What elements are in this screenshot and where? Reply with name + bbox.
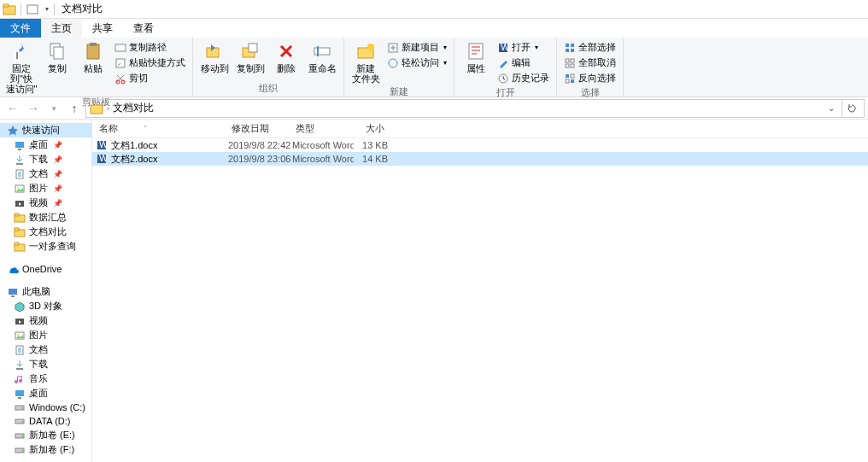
sidebar-item[interactable]: 图片 (0, 328, 91, 342)
pin-icon: 📌 (53, 155, 62, 164)
group-new: 新建 文件夹 新建项目▾ 轻松访问▾ 新建 (344, 38, 455, 96)
easy-access-icon (387, 57, 399, 69)
sidebar-item[interactable]: 3D 对象 (0, 299, 91, 313)
qat-dropdown-icon[interactable]: ▾ (45, 5, 49, 13)
star-icon (7, 125, 19, 137)
column-headers[interactable]: 名称˄ 修改日期 类型 大小 (92, 120, 868, 138)
breadcrumb-segment[interactable]: 文档对比 (113, 101, 154, 115)
address-path[interactable]: › 文档对比 ⌄ (85, 99, 865, 118)
select-all-button[interactable]: 全部选择 (562, 40, 618, 55)
refresh-button[interactable] (842, 100, 860, 117)
move-to-button[interactable]: 移动到 (196, 39, 232, 75)
paste-shortcut-button[interactable]: 粘贴快捷方式 (113, 56, 187, 70)
file-row[interactable]: W文档2.docx2019/9/8 23:06Microsoft Word ..… (92, 152, 868, 166)
properties-button[interactable]: 属性 (458, 39, 494, 75)
sidebar-item[interactable]: 下载 (0, 357, 91, 371)
file-list[interactable]: 名称˄ 修改日期 类型 大小 W文档1.docx2019/9/8 22:42Mi… (92, 120, 868, 462)
sidebar-item[interactable]: DATA (D:) (0, 414, 91, 428)
chevron-icon[interactable]: › (107, 104, 109, 113)
tab-home[interactable]: 主页 (41, 19, 82, 38)
select-all-icon (564, 42, 576, 54)
svg-rect-16 (317, 46, 319, 56)
download-icon (14, 154, 26, 166)
drive-icon (14, 401, 26, 413)
select-none-button[interactable]: 全部取消 (562, 56, 618, 70)
pin-icon: 📌 (53, 184, 62, 193)
sidebar-item[interactable]: 音乐 (0, 371, 91, 386)
up-button[interactable]: ↑ (65, 99, 84, 118)
sidebar-item[interactable]: 图片📌 (0, 181, 91, 196)
svg-rect-1 (3, 4, 9, 7)
sidebar-item[interactable]: 文档对比 (0, 225, 91, 239)
new-item-button[interactable]: 新建项目▾ (385, 40, 449, 55)
edit-button[interactable]: 编辑 (496, 56, 551, 70)
dropdown-icon: ▾ (443, 59, 447, 67)
column-size[interactable]: 大小 (350, 122, 384, 135)
sidebar-item[interactable]: 新加卷 (E:) (0, 428, 91, 442)
back-button[interactable]: ← (3, 99, 22, 118)
svg-point-63 (21, 421, 23, 423)
pc-icon (7, 286, 19, 298)
cloud-icon (7, 263, 19, 275)
sidebar-item[interactable]: 桌面📌 (0, 137, 91, 152)
invert-selection-button[interactable]: 反向选择 (562, 71, 618, 85)
sidebar-item[interactable]: 新加卷 (F:) (0, 442, 91, 457)
sidebar-quick-access[interactable]: 快速访问 (0, 123, 91, 137)
sidebar-item[interactable]: Windows (C:) (0, 401, 91, 414)
sidebar-item[interactable]: 视频 (0, 313, 91, 328)
paste-button[interactable]: 粘贴 (75, 39, 111, 75)
svg-rect-38 (15, 142, 24, 148)
delete-button[interactable]: 删除 (268, 39, 304, 75)
open-button[interactable]: W打开▾ (496, 40, 551, 55)
recent-dropdown[interactable]: ▾ (44, 99, 63, 118)
cut-button[interactable]: 剪切 (113, 71, 187, 85)
sidebar-this-pc[interactable]: 此电脑 (0, 284, 91, 299)
svg-rect-57 (16, 368, 23, 370)
sidebar-item[interactable]: 视频📌 (0, 196, 91, 210)
file-row[interactable]: W文档1.docx2019/9/8 22:42Microsoft Word ..… (92, 138, 868, 152)
expand-dropdown-icon[interactable]: ⌄ (828, 103, 835, 113)
column-name[interactable]: 名称˄ (92, 122, 225, 135)
svg-rect-30 (571, 59, 574, 62)
history-button[interactable]: 历史记录 (496, 71, 551, 85)
svg-rect-36 (566, 79, 569, 83)
drive-icon (14, 415, 26, 427)
new-folder-button[interactable]: 新建 文件夹 (348, 39, 384, 85)
forward-button[interactable]: → (24, 99, 43, 118)
group-select: 全部选择 全部取消 反向选择 选择 (557, 38, 624, 96)
sidebar-item[interactable]: 下载📌 (0, 152, 91, 167)
path-icon (114, 42, 126, 54)
sidebar-onedrive[interactable]: OneDrive (0, 262, 91, 276)
folder-icon (90, 102, 103, 115)
rename-button[interactable]: 重命名 (304, 39, 340, 75)
sidebar-item[interactable]: 数据汇总 (0, 210, 91, 225)
sidebar-item[interactable]: 文档📌 (0, 167, 91, 181)
navigation-pane[interactable]: 快速访问 桌面📌下载📌文档📌图片📌视频📌数据汇总文档对比一对多查询 OneDri… (0, 120, 92, 462)
paste-icon (83, 41, 103, 61)
invert-icon (564, 73, 576, 85)
sidebar-item[interactable]: 一对多查询 (0, 239, 91, 254)
column-date[interactable]: 修改日期 (225, 122, 289, 135)
open-icon: W (497, 42, 509, 54)
qat-icon[interactable] (26, 3, 39, 16)
dropdown-icon: ▾ (443, 44, 447, 51)
sidebar-item[interactable]: 文档 (0, 342, 91, 357)
easy-access-button[interactable]: 轻松访问▾ (385, 56, 449, 70)
svg-rect-6 (87, 44, 99, 59)
folder-icon (14, 226, 26, 238)
new-folder-icon (355, 41, 376, 61)
tab-share[interactable]: 共享 (82, 19, 123, 38)
tab-file[interactable]: 文件 (0, 19, 41, 38)
main-area: 快速访问 桌面📌下载📌文档📌图片📌视频📌数据汇总文档对比一对多查询 OneDri… (0, 120, 868, 462)
sidebar-item[interactable]: 桌面 (0, 386, 91, 401)
title-bar: ▾ 文档对比 (0, 0, 868, 19)
pin-quick-access-button[interactable]: 固定到"快 速访问" (3, 39, 39, 96)
svg-rect-7 (90, 43, 97, 46)
column-type[interactable]: 类型 (289, 122, 350, 135)
copy-to-button[interactable]: 复制到 (232, 39, 268, 75)
copy-button[interactable]: 复制 (39, 39, 75, 75)
svg-text:W: W (99, 153, 108, 163)
copy-path-button[interactable]: 复制路径 (113, 40, 187, 55)
svg-rect-34 (571, 79, 574, 83)
tab-view[interactable]: 查看 (123, 19, 164, 38)
